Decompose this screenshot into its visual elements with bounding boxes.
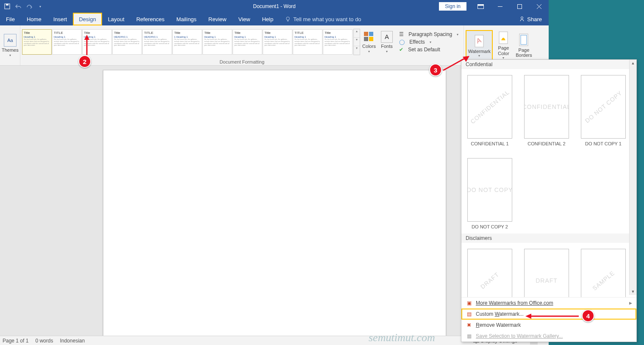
svg-rect-5 xyxy=(517,4,522,8)
style-gallery-item[interactable]: TitleHeading 1On the Insert tab, the gal… xyxy=(263,29,292,55)
gallery-more-icon[interactable]: ▾ xyxy=(354,46,360,55)
svg-rect-1 xyxy=(6,4,8,6)
title-bar: ▾ Document1 - Word Sign in xyxy=(0,0,549,13)
style-gallery-item[interactable]: TITLEHeading 1On the Insert tab, the gal… xyxy=(52,29,82,55)
page-color-label: Page Color xyxy=(498,45,509,56)
panel-scrollbar[interactable]: ▲ ▼ xyxy=(629,60,636,295)
tab-design[interactable]: Design xyxy=(73,13,102,25)
style-gallery-item[interactable]: Title1 Heading 1On the Insert tab, the g… xyxy=(172,29,202,55)
page-borders-icon xyxy=(518,33,529,47)
svg-line-25 xyxy=(443,58,466,70)
watermark-gallery-item[interactable]: CONFIDENTIALCONFIDENTIAL 2 xyxy=(524,75,569,146)
share-button[interactable]: Share xyxy=(512,13,549,25)
more-watermarks-item[interactable]: ▣ More Watermarks from Office.com ▶ xyxy=(461,298,636,309)
remove-watermark-item[interactable]: ✖ Remove Watermark xyxy=(461,320,636,331)
tell-me-search[interactable]: Tell me what you want to do xyxy=(279,13,361,25)
arrow-annotation-3 xyxy=(442,55,472,72)
gallery-down-icon[interactable]: ▾ xyxy=(354,38,360,46)
gallery-up-icon[interactable]: ▴ xyxy=(354,29,360,38)
fonts-button[interactable]: A Fonts ▾ xyxy=(378,31,396,53)
svg-point-11 xyxy=(521,17,523,19)
watermark-gallery-item[interactable]: DO NOT COPYDO NOT COPY 2 xyxy=(467,158,512,229)
set-default-button[interactable]: ✔ Set as Default xyxy=(399,47,458,53)
arrow-annotation-4 xyxy=(525,313,580,320)
document-formatting-options: ☰ Paragraph Spacing ▾ ◯ Effects ▾ ✔ Set … xyxy=(396,31,462,53)
svg-marker-24 xyxy=(84,35,89,40)
tab-help[interactable]: Help xyxy=(256,13,279,25)
scroll-up-icon[interactable]: ▲ xyxy=(630,60,636,67)
document-page[interactable] xyxy=(103,70,446,336)
style-gallery-item[interactable]: TITLEHEADING 1On the Insert tab, the gal… xyxy=(142,29,172,55)
chevron-down-icon: ▾ xyxy=(457,33,458,36)
tab-mailings[interactable]: Mailings xyxy=(170,13,203,25)
chevron-down-icon: ▾ xyxy=(386,50,388,53)
colors-icon xyxy=(363,31,375,43)
document-title: Document1 - Word xyxy=(253,3,295,9)
page-color-button[interactable]: Page Color ▾ xyxy=(494,31,513,59)
watermark-icon: A xyxy=(473,33,486,49)
themes-button[interactable]: Aa Themes ▾ xyxy=(2,34,19,57)
minimize-icon[interactable] xyxy=(490,0,510,13)
site-watermark: semutimut.com xyxy=(369,331,435,344)
group-themes: Aa Themes ▾ xyxy=(0,25,20,65)
page-borders-button[interactable]: Page Borders xyxy=(514,33,533,58)
status-words[interactable]: 0 words xyxy=(35,338,53,344)
style-gallery-item[interactable]: TitleHEADING 1On the Insert tab, the gal… xyxy=(112,29,142,55)
gallery-scroll[interactable]: ▴ ▾ ▾ xyxy=(353,29,360,55)
sign-in-button[interactable]: Sign in xyxy=(439,2,466,11)
svg-point-8 xyxy=(286,17,289,19)
tab-insert[interactable]: Insert xyxy=(47,13,73,25)
save-icon[interactable] xyxy=(3,3,11,10)
status-page[interactable]: Page 1 of 1 xyxy=(3,338,28,344)
style-gallery[interactable]: TitleHeading 1On the Insert tab, the gal… xyxy=(22,29,353,55)
watermark-gallery-item[interactable]: CONFIDENTIALCONFIDENTIAL 1 xyxy=(467,75,512,146)
remove-watermark-icon: ✖ xyxy=(466,322,472,328)
tell-me-placeholder: Tell me what you want to do xyxy=(293,16,361,22)
effects-button[interactable]: ◯ Effects ▾ xyxy=(399,39,458,45)
watermark-label: Watermark xyxy=(468,49,491,54)
style-gallery-item[interactable]: TitleHeading 1On the Insert tab, the gal… xyxy=(22,29,52,55)
save-selection-icon: ▦ xyxy=(466,333,472,339)
qat-dropdown-icon[interactable]: ▾ xyxy=(36,3,44,10)
themes-icon: Aa xyxy=(4,34,17,47)
style-gallery-item[interactable]: TitleHeading 1On the Insert tab, the gal… xyxy=(203,29,232,55)
svg-rect-14 xyxy=(364,37,368,41)
tab-file[interactable]: File xyxy=(0,13,21,25)
paragraph-spacing-icon: ☰ xyxy=(399,31,404,37)
tab-review[interactable]: Review xyxy=(203,13,233,25)
tab-view[interactable]: View xyxy=(232,13,256,25)
redo-icon[interactable] xyxy=(25,3,33,10)
lightbulb-icon xyxy=(285,17,291,22)
maximize-icon[interactable] xyxy=(510,0,529,13)
undo-icon[interactable] xyxy=(14,3,22,10)
save-selection-item: ▦ Save Selection to Watermark Gallery... xyxy=(461,331,636,342)
chevron-right-icon: ▶ xyxy=(629,301,632,305)
arrow-annotation-2 xyxy=(83,35,91,56)
tab-references[interactable]: References xyxy=(130,13,170,25)
svg-rect-13 xyxy=(369,32,373,36)
tab-home[interactable]: Home xyxy=(21,13,47,25)
ribbon-tabs: File Home Insert Design Layout Reference… xyxy=(0,13,549,25)
close-icon[interactable] xyxy=(529,0,549,13)
scroll-down-icon[interactable]: ▼ xyxy=(630,288,636,295)
fonts-icon: A xyxy=(381,31,393,43)
colors-label: Colors xyxy=(362,44,376,49)
quick-access-toolbar: ▾ xyxy=(0,3,47,10)
paragraph-spacing-button[interactable]: ☰ Paragraph Spacing ▾ xyxy=(399,31,458,37)
style-gallery-item[interactable]: TITLEHeading 1On the Insert tab, the gal… xyxy=(293,29,322,55)
watermark-dropdown-panel: Confidential CONFIDENTIALCONFIDENTIAL 1C… xyxy=(461,59,637,342)
checkmark-icon: ✔ xyxy=(399,47,403,53)
style-gallery-item[interactable]: TitleHeading 1On the Insert tab, the gal… xyxy=(323,29,353,55)
status-language[interactable]: Indonesian xyxy=(60,338,85,344)
tab-layout[interactable]: Layout xyxy=(102,13,130,25)
style-gallery-item[interactable]: TitleHeading 1On the Insert tab, the gal… xyxy=(233,29,262,55)
chevron-down-icon: ▾ xyxy=(368,50,370,53)
svg-marker-28 xyxy=(525,314,531,319)
callout-3: 3 xyxy=(429,64,442,76)
share-label: Share xyxy=(527,16,542,22)
watermark-gallery-item[interactable]: DO NOT COPYDO NOT COPY 1 xyxy=(581,75,626,146)
chevron-down-icon: ▾ xyxy=(478,54,480,58)
fonts-label: Fonts xyxy=(381,44,393,49)
colors-button[interactable]: Colors ▾ xyxy=(360,31,378,53)
ribbon-display-icon[interactable] xyxy=(471,0,490,13)
